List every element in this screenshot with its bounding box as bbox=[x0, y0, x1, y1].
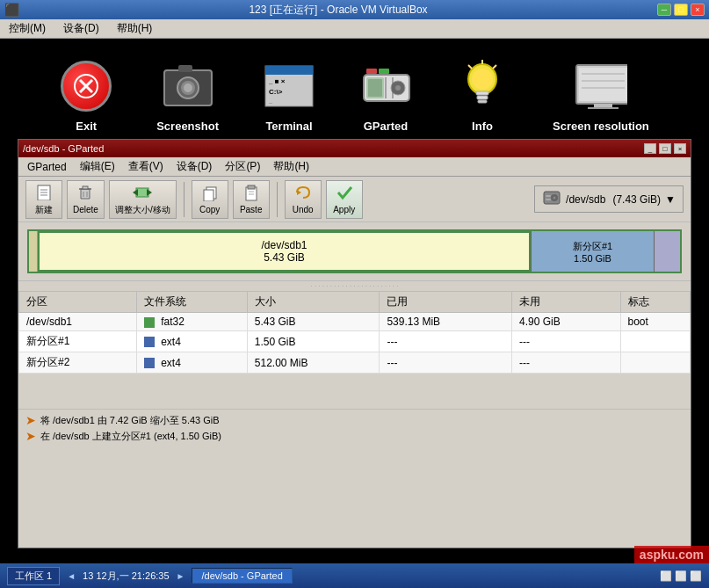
col-header-fs: 文件系统 bbox=[136, 292, 247, 313]
row2-fs: ext4 bbox=[136, 331, 247, 352]
delete-icon bbox=[76, 184, 94, 203]
status-arrow-2: ➤ bbox=[25, 429, 36, 443]
status-line-1: ➤ 将 /dev/sdb1 由 7.42 GiB 缩小至 5.43 GiB bbox=[25, 413, 684, 427]
exit-icon-container bbox=[60, 60, 112, 113]
resize-handle[interactable]: · · · · · · · · · · · · · · · · · · · · … bbox=[18, 281, 691, 291]
row1-fs: fat32 bbox=[136, 313, 247, 331]
gparted-status: ➤ 将 /dev/sdb1 由 7.42 GiB 缩小至 5.43 GiB ➤ … bbox=[18, 409, 691, 453]
table-row[interactable]: /dev/sdb1 fat32 5.43 GiB 539.13 MiB 4.90… bbox=[19, 313, 691, 331]
gp-maximize[interactable]: □ bbox=[659, 143, 671, 154]
apply-label: Apply bbox=[333, 205, 355, 214]
svg-rect-32 bbox=[579, 68, 627, 101]
gp-menu-edit[interactable]: 编辑(E) bbox=[76, 157, 119, 176]
status-line-2: ➤ 在 /dev/sdb 上建立分区#1 (ext4, 1.50 GiB) bbox=[25, 429, 684, 443]
disk-dropdown-icon: ▼ bbox=[665, 193, 676, 206]
svg-rect-4 bbox=[178, 65, 192, 72]
disk-size: (7.43 GiB) bbox=[612, 193, 661, 206]
svg-point-7 bbox=[184, 83, 192, 92]
workspace-label[interactable]: 工作区 1 bbox=[7, 567, 60, 585]
screenshot-icon-container bbox=[162, 60, 214, 113]
col-header-flags: 标志 bbox=[620, 292, 691, 313]
system-tray: ⬜ ⬜ ⬜ bbox=[660, 570, 702, 581]
resize-move-icon bbox=[133, 183, 152, 202]
title-bar-icon: ⬛ bbox=[4, 3, 19, 17]
disk-part-new1[interactable]: 新分区#1 1.50 GiB bbox=[531, 231, 654, 272]
disk-selector[interactable]: /dev/sdb (7.43 GiB) ▼ bbox=[534, 185, 684, 213]
exit-label: Exit bbox=[76, 120, 97, 133]
apply-button[interactable]: Apply bbox=[326, 180, 363, 219]
status-arrow-1: ➤ bbox=[25, 413, 36, 427]
gparted-button[interactable]: GParted bbox=[359, 60, 412, 133]
delete-label: Delete bbox=[73, 205, 98, 214]
menu-devices[interactable]: 设备(D) bbox=[59, 19, 104, 38]
paste-label: Paste bbox=[240, 205, 263, 214]
col-header-unused: 未用 bbox=[512, 292, 620, 313]
row2-flags bbox=[620, 331, 691, 352]
gp-minimize[interactable]: _ bbox=[644, 143, 656, 154]
svg-marker-55 bbox=[297, 190, 301, 195]
taskbar-arrow-left[interactable]: ◄ bbox=[67, 571, 76, 581]
screen-resolution-button[interactable]: Screen resolution bbox=[553, 60, 649, 133]
row3-unused: --- bbox=[512, 352, 620, 374]
gp-close[interactable]: × bbox=[674, 143, 686, 154]
svg-text:_ ■ ×: _ ■ × bbox=[268, 77, 286, 85]
gp-menu-gparted[interactable]: GParted bbox=[23, 159, 71, 175]
menu-control[interactable]: 控制(M) bbox=[4, 19, 50, 38]
gp-menu-help[interactable]: 帮助(H) bbox=[269, 157, 314, 176]
title-bar-controls: ─ □ × bbox=[657, 4, 705, 16]
gp-menu-partition[interactable]: 分区(P) bbox=[221, 157, 264, 176]
status-text-1: 将 /dev/sdb1 由 7.42 GiB 缩小至 5.43 GiB bbox=[40, 414, 220, 427]
terminal-button[interactable]: _ ■ × C:\> _ Terminal bbox=[263, 60, 315, 133]
copy-button[interactable]: Copy bbox=[192, 180, 228, 219]
new-label: 新建 bbox=[35, 204, 53, 216]
row1-unused: 4.90 GiB bbox=[512, 313, 620, 331]
empty-area bbox=[18, 374, 691, 409]
svg-rect-43 bbox=[83, 186, 88, 189]
svg-rect-50 bbox=[204, 190, 213, 201]
svg-point-58 bbox=[553, 197, 556, 200]
col-header-used: 已用 bbox=[380, 292, 512, 313]
row3-fs: ext4 bbox=[136, 352, 247, 374]
row1-used: 539.13 MiB bbox=[380, 313, 512, 331]
minimize-button[interactable]: ─ bbox=[657, 4, 671, 16]
col-header-size: 大小 bbox=[247, 292, 380, 313]
disk-part-new2[interactable] bbox=[654, 231, 680, 272]
undo-button[interactable]: Undo bbox=[285, 180, 322, 219]
toolbar-separator-1 bbox=[184, 182, 184, 217]
gparted-window: /dev/sdb - GParted _ □ × GParted 编辑(E) 查… bbox=[18, 139, 691, 548]
taskbar-right-icons: ⬜ ⬜ ⬜ bbox=[660, 570, 702, 582]
gp-menu-view[interactable]: 查看(V) bbox=[124, 157, 168, 176]
table-row[interactable]: 新分区#1 ext4 1.50 GiB --- --- bbox=[19, 331, 691, 352]
close-button[interactable]: × bbox=[691, 4, 705, 16]
disk-hdd-icon bbox=[542, 189, 561, 209]
svg-text:C:\>: C:\> bbox=[269, 88, 283, 96]
gparted-titlebar-controls: _ □ × bbox=[644, 143, 686, 154]
new-icon bbox=[35, 183, 53, 202]
taskbar-active-window[interactable]: /dev/sdb - GParted bbox=[192, 568, 292, 584]
info-button[interactable]: Info bbox=[456, 60, 509, 133]
menu-help[interactable]: 帮助(H) bbox=[112, 19, 157, 38]
disk-visual: /dev/sdb1 5.43 GiB 新分区#1 1.50 GiB bbox=[18, 222, 691, 281]
menu-bar: 控制(M) 设备(D) 帮助(H) bbox=[0, 19, 709, 39]
table-row[interactable]: 新分区#2 ext4 512.00 MiB --- --- bbox=[19, 352, 691, 374]
exit-button[interactable]: Exit bbox=[60, 60, 112, 133]
gparted-toolbar: 新建 Delete 调整大小/移动 Copy Paste bbox=[18, 177, 691, 222]
maximize-button[interactable]: □ bbox=[674, 4, 688, 16]
new-button[interactable]: 新建 bbox=[25, 180, 62, 219]
gparted-icon-container bbox=[359, 60, 412, 113]
svg-text:_: _ bbox=[268, 98, 272, 104]
resize-move-button[interactable]: 调整大小/移动 bbox=[109, 180, 177, 219]
screenshot-button[interactable]: Screenshot bbox=[156, 60, 219, 133]
disk-part-fat32-small[interactable] bbox=[29, 231, 38, 272]
gparted-window-title: /dev/sdb - GParted bbox=[23, 143, 104, 154]
disk-part-sdb1[interactable]: /dev/sdb1 5.43 GiB bbox=[38, 231, 531, 272]
row3-flags bbox=[620, 352, 691, 374]
gp-menu-devices[interactable]: 设备(D) bbox=[172, 157, 217, 176]
taskbar-arrow-right[interactable]: ► bbox=[177, 571, 185, 581]
delete-button[interactable]: Delete bbox=[67, 180, 105, 219]
paste-button[interactable]: Paste bbox=[233, 180, 270, 219]
svg-rect-60 bbox=[546, 199, 551, 200]
toolbar-separator-2 bbox=[277, 182, 278, 217]
paste-icon bbox=[242, 184, 260, 203]
info-icon bbox=[463, 60, 503, 113]
